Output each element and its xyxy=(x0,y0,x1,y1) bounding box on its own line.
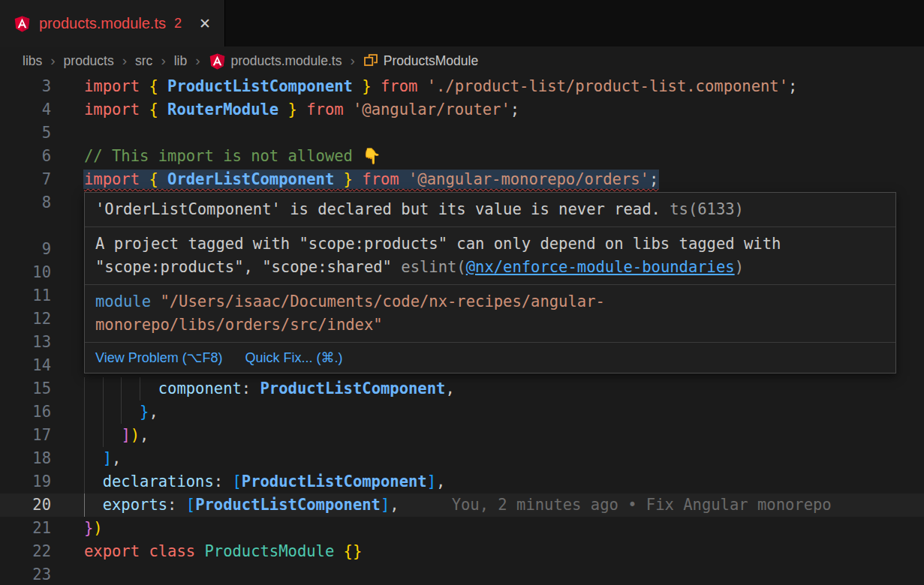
code-line-5[interactable]: 5 xyxy=(0,122,924,145)
eslint-rule-link[interactable]: @nx/enforce-module-boundaries xyxy=(466,258,735,276)
popup-actions: View Problem (⌥F8)Quick Fix... (⌘.) xyxy=(85,343,895,373)
code-line-6[interactable]: 6// This import is not allowed 👇 xyxy=(0,145,924,168)
breadcrumb-item-productsmodule[interactable]: ProductsModule xyxy=(363,53,478,69)
line-number[interactable]: 21 xyxy=(0,517,84,540)
code-text: }) xyxy=(84,519,103,537)
line-content: export class ProductsModule {} xyxy=(84,540,924,563)
line-number[interactable]: 18 xyxy=(0,447,84,470)
breadcrumb-label: ProductsModule xyxy=(384,53,478,69)
popup-text: ) xyxy=(735,258,744,276)
popup-text: module xyxy=(95,292,160,310)
line-content: ], xyxy=(84,447,924,470)
line-number[interactable]: 20 xyxy=(0,494,84,517)
code-line-20[interactable]: 20 exports: [ProductListComponent],You, … xyxy=(0,494,924,517)
breadcrumb-label: lib xyxy=(174,53,188,69)
code-line-22[interactable]: 22export class ProductsModule {} xyxy=(0,540,924,563)
line-content: import { ProductListComponent } from './… xyxy=(84,75,924,98)
line-number[interactable]: 3 xyxy=(0,75,84,98)
git-blame-annotation: You, 2 minutes ago • Fix Angular monorep… xyxy=(452,496,832,514)
code-line-23[interactable]: 23 xyxy=(0,563,924,585)
view-problem-action[interactable]: View Problem (⌥F8) xyxy=(95,346,222,370)
code-text: export class ProductsModule {} xyxy=(84,542,362,560)
line-number[interactable]: 7 xyxy=(0,168,84,191)
line-number[interactable]: 23 xyxy=(0,563,84,585)
quick-fix-action[interactable]: Quick Fix... (⌘.) xyxy=(245,346,342,370)
close-icon[interactable]: ✕ xyxy=(199,15,211,32)
line-content: import { RouterModule } from '@angular/r… xyxy=(84,98,924,122)
code-text: import { ProductListComponent } from './… xyxy=(84,77,797,95)
popup-message-line: monorepo/libs/orders/src/index" xyxy=(95,314,885,337)
line-content xyxy=(84,563,924,585)
line-number[interactable]: 14 xyxy=(0,354,84,377)
breadcrumb: libs›products›src›lib› products.module.t… xyxy=(0,46,924,75)
popup-section-1: A project tagged with "scope:products" c… xyxy=(85,227,895,285)
line-content: ]), xyxy=(84,424,924,447)
tab-problems-badge: 2 xyxy=(174,16,182,32)
code-text: ]), xyxy=(84,426,149,444)
breadcrumb-separator: › xyxy=(195,52,200,69)
popup-text: 'OrderListComponent' is declared but its… xyxy=(95,200,670,218)
angular-icon xyxy=(14,15,31,32)
code-line-19[interactable]: 19 declarations: [ProductListComponent], xyxy=(0,470,924,494)
code-text: }, xyxy=(84,403,158,421)
line-content: exports: [ProductListComponent],You, 2 m… xyxy=(84,494,924,517)
breadcrumb-separator: › xyxy=(122,52,127,69)
breadcrumb-label: products.module.ts xyxy=(231,53,342,69)
hover-popup: 'OrderListComponent' is declared but its… xyxy=(84,192,896,374)
line-number[interactable]: 4 xyxy=(0,98,84,122)
tab-products-module[interactable]: products.module.ts 2 ✕ xyxy=(0,0,225,46)
line-content: // This import is not allowed 👇 xyxy=(84,145,924,168)
line-number[interactable]: 11 xyxy=(0,284,84,308)
code-line-15[interactable]: 15 component: ProductListComponent, xyxy=(0,377,924,400)
breadcrumb-label: libs xyxy=(23,53,42,69)
line-number[interactable]: 13 xyxy=(0,331,84,354)
line-number[interactable]: 19 xyxy=(0,470,84,494)
breadcrumb-label: products xyxy=(64,53,114,69)
code-line-17[interactable]: 17 ]), xyxy=(0,424,924,447)
line-number[interactable]: 22 xyxy=(0,540,84,563)
line-number[interactable]: 8 xyxy=(0,191,84,238)
code-line-7[interactable]: 7import { OrderListComponent } from '@an… xyxy=(0,168,924,191)
popup-text: "scope:products", "scope:shared" xyxy=(95,258,401,276)
breadcrumb-item-lib[interactable]: lib xyxy=(174,53,188,69)
code-line-3[interactable]: 3import { ProductListComponent } from '.… xyxy=(0,75,924,98)
line-content xyxy=(84,122,924,145)
line-number[interactable]: 6 xyxy=(0,145,84,168)
tab-bar: products.module.ts 2 ✕ xyxy=(0,0,924,46)
breadcrumb-item-products-module-ts[interactable]: products.module.ts xyxy=(209,52,342,70)
line-content: import { OrderListComponent } from '@ang… xyxy=(84,168,924,191)
line-number[interactable]: 16 xyxy=(0,400,84,424)
code-line-18[interactable]: 18 ], xyxy=(0,447,924,470)
line-content: }, xyxy=(84,400,924,424)
popup-message-line: A project tagged with "scope:products" c… xyxy=(95,232,885,256)
line-content: declarations: [ProductListComponent], xyxy=(84,470,924,494)
line-number[interactable]: 12 xyxy=(0,308,84,331)
code-line-21[interactable]: 21}) xyxy=(0,517,924,540)
line-number[interactable]: 9 xyxy=(0,238,84,261)
line-number[interactable]: 15 xyxy=(0,377,84,400)
popup-text: monorepo/libs/orders/src/index" xyxy=(95,316,383,334)
breadcrumb-separator: › xyxy=(161,52,165,69)
popup-message-line: 'OrderListComponent' is declared but its… xyxy=(95,198,885,221)
popup-text: ts(6133) xyxy=(670,200,744,218)
breadcrumb-item-products[interactable]: products xyxy=(64,53,114,69)
code-text: exports: [ProductListComponent], xyxy=(84,496,399,514)
popup-section-2: module "/Users/isaac/Documents/code/nx-r… xyxy=(85,285,895,343)
popup-text: eslint( xyxy=(401,258,465,276)
code-text: declarations: [ProductListComponent], xyxy=(84,472,445,490)
line-content: }) xyxy=(84,517,924,540)
popup-text: A project tagged with "scope:products" c… xyxy=(95,235,781,253)
code-text: component: ProductListComponent, xyxy=(84,380,455,398)
tab-label: products.module.ts xyxy=(39,15,166,32)
code-line-16[interactable]: 16 }, xyxy=(0,400,924,424)
code-line-4[interactable]: 4import { RouterModule } from '@angular/… xyxy=(0,98,924,122)
popup-message-line: "scope:products", "scope:shared" eslint(… xyxy=(95,256,885,279)
line-number[interactable]: 10 xyxy=(0,261,84,284)
line-number[interactable]: 17 xyxy=(0,424,84,447)
breadcrumb-item-src[interactable]: src xyxy=(135,53,152,69)
breadcrumb-item-libs[interactable]: libs xyxy=(23,53,42,69)
code-text: import { OrderListComponent } from '@ang… xyxy=(84,170,658,188)
popup-text: "/Users/isaac/Documents/code/nx-recipes/… xyxy=(160,292,604,310)
line-number[interactable]: 5 xyxy=(0,122,84,145)
breadcrumb-label: src xyxy=(135,53,152,69)
